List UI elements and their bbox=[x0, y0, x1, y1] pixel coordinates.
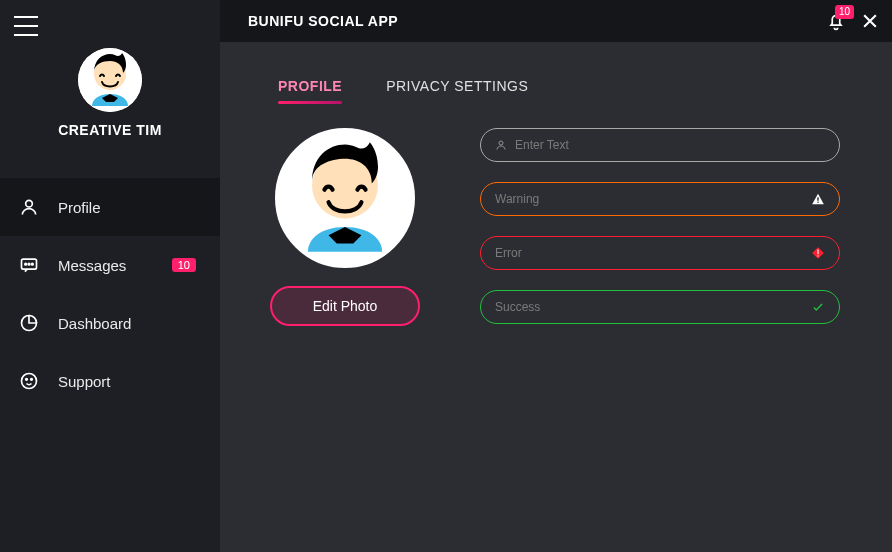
user-icon bbox=[18, 196, 40, 218]
sidebar-item-label: Profile bbox=[58, 199, 101, 216]
svg-point-5 bbox=[28, 263, 30, 265]
svg-point-8 bbox=[26, 379, 28, 381]
fields-column bbox=[480, 128, 840, 324]
close-icon bbox=[860, 11, 880, 31]
sidebar-avatar bbox=[78, 48, 142, 112]
error-text-input[interactable] bbox=[495, 246, 811, 260]
sidebar-item-profile[interactable]: Profile bbox=[0, 178, 220, 236]
svg-point-7 bbox=[22, 374, 37, 389]
tab-profile[interactable]: PROFILE bbox=[278, 78, 342, 104]
sidebar-profile: CREATIVE TIM bbox=[0, 48, 220, 138]
edit-photo-button[interactable]: Edit Photo bbox=[270, 286, 420, 326]
sidebar-item-label: Dashboard bbox=[58, 315, 131, 332]
svg-rect-17 bbox=[817, 255, 818, 256]
messages-badge: 10 bbox=[172, 258, 196, 272]
sidebar: CREATIVE TIM Profile Messages 10 Da bbox=[0, 0, 220, 552]
profile-avatar bbox=[275, 128, 415, 268]
svg-rect-16 bbox=[817, 250, 818, 255]
input-warning[interactable] bbox=[480, 182, 840, 216]
svg-point-4 bbox=[25, 263, 27, 265]
tabs: PROFILE PRIVACY SETTINGS bbox=[250, 78, 862, 104]
default-text-input[interactable] bbox=[515, 138, 825, 152]
sidebar-username: CREATIVE TIM bbox=[58, 122, 162, 138]
sidebar-item-label: Messages bbox=[58, 257, 126, 274]
input-error[interactable] bbox=[480, 236, 840, 270]
input-default[interactable] bbox=[480, 128, 840, 162]
sidebar-nav: Profile Messages 10 Dashboard Support bbox=[0, 178, 220, 410]
photo-column: Edit Photo bbox=[270, 128, 420, 326]
pie-chart-icon bbox=[18, 312, 40, 334]
message-icon bbox=[18, 254, 40, 276]
header: BUNIFU SOCIAL APP 10 bbox=[220, 0, 892, 42]
success-text-input[interactable] bbox=[495, 300, 811, 314]
svg-rect-14 bbox=[817, 202, 818, 203]
sidebar-item-dashboard[interactable]: Dashboard bbox=[0, 294, 220, 352]
error-icon bbox=[811, 246, 825, 260]
app-title: BUNIFU SOCIAL APP bbox=[248, 13, 398, 29]
check-icon bbox=[811, 300, 825, 314]
user-icon bbox=[495, 139, 507, 151]
sidebar-item-label: Support bbox=[58, 373, 111, 390]
main-area: BUNIFU SOCIAL APP 10 PROFILE PRIVACY SET… bbox=[220, 0, 892, 552]
svg-point-6 bbox=[32, 263, 34, 265]
svg-point-2 bbox=[26, 200, 33, 207]
tab-privacy-settings[interactable]: PRIVACY SETTINGS bbox=[386, 78, 528, 104]
hamburger-menu-button[interactable] bbox=[14, 16, 38, 36]
content: PROFILE PRIVACY SETTINGS bbox=[220, 42, 892, 552]
notifications-button[interactable]: 10 bbox=[826, 11, 846, 31]
sidebar-item-support[interactable]: Support bbox=[0, 352, 220, 410]
notifications-badge: 10 bbox=[835, 5, 854, 19]
support-icon bbox=[18, 370, 40, 392]
svg-rect-13 bbox=[817, 197, 818, 201]
sidebar-item-messages[interactable]: Messages 10 bbox=[0, 236, 220, 294]
close-button[interactable] bbox=[860, 11, 880, 31]
warning-text-input[interactable] bbox=[495, 192, 811, 206]
input-success[interactable] bbox=[480, 290, 840, 324]
warning-icon bbox=[811, 192, 825, 206]
svg-point-12 bbox=[499, 141, 503, 145]
svg-point-9 bbox=[31, 379, 33, 381]
